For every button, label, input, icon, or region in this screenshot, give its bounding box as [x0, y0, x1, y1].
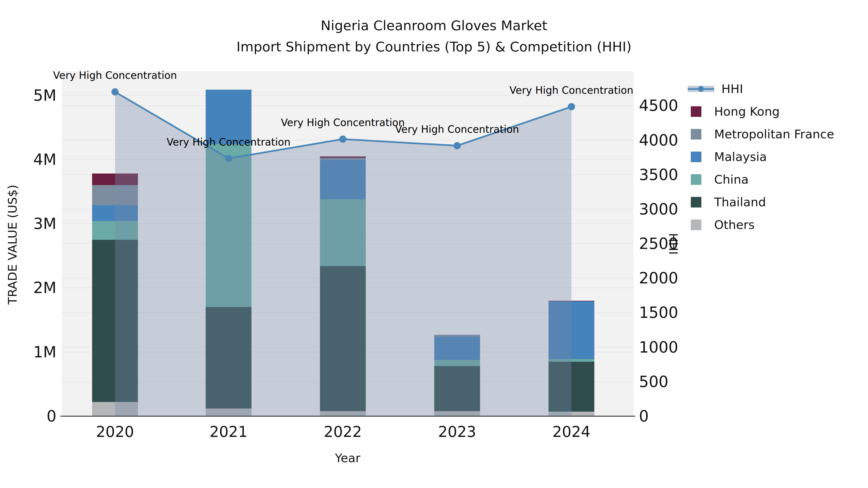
legend-swatch-thailand — [691, 197, 702, 207]
left-tick-3M: 3M — [0, 215, 56, 232]
chart-title: Nigeria Cleanroom Gloves Market — [0, 15, 868, 36]
hhi-marker-2023 — [454, 142, 461, 150]
x-tick-2022: 2022 — [307, 423, 379, 440]
legend-swatch-hong-kong — [691, 106, 702, 117]
right-tick-500: 500 — [639, 373, 711, 390]
legend-item-china: China — [688, 168, 834, 191]
annotation-2020: Very High Concentration — [53, 70, 177, 81]
x-tick-2021: 2021 — [192, 423, 265, 440]
annotation-2024: Very High Concentration — [509, 85, 633, 96]
right-tick-0: 0 — [639, 408, 711, 425]
right-tick-2500: 2500 — [639, 235, 711, 252]
x-tick-2024: 2024 — [535, 423, 608, 440]
hhi-marker-2022 — [339, 135, 346, 143]
x-axis-title: Year — [62, 451, 633, 465]
annotation-2022: Very High Concentration — [281, 117, 405, 128]
legend-item-thailand: Thailand — [688, 191, 834, 214]
left-tick-1M: 1M — [0, 344, 56, 360]
legend-item-hhi: HHI — [688, 77, 834, 100]
legend-label-hhi: HHI — [721, 82, 743, 96]
legend-label-hong-kong: Hong Kong — [714, 105, 780, 119]
chart-figure: Nigeria Cleanroom Gloves Market Import S… — [0, 0, 868, 488]
left-tick-2M: 2M — [0, 279, 56, 296]
legend-swatch-malaysia — [691, 152, 702, 162]
legend-item-malaysia: Malaysia — [688, 145, 834, 168]
hhi-marker-2021 — [225, 155, 232, 162]
left-tick-4M: 4M — [0, 151, 56, 168]
legend-label-china: China — [714, 172, 749, 187]
x-axis-line — [60, 416, 635, 417]
right-tick-1000: 1000 — [639, 339, 711, 356]
left-tick-0: 0 — [0, 408, 56, 425]
right-tick-2000: 2000 — [639, 270, 711, 287]
legend-label-metropolitan-france: Metropolitan France — [714, 127, 834, 141]
legend-label-thailand: Thailand — [714, 195, 766, 209]
hhi-marker-2020 — [112, 88, 119, 95]
legend: HHIHong KongMetropolitan FranceMalaysiaC… — [688, 77, 834, 236]
x-tick-2020: 2020 — [79, 423, 151, 440]
legend-hhi-line-swatch — [688, 84, 714, 94]
chart-title-block: Nigeria Cleanroom Gloves Market Import S… — [0, 15, 868, 57]
left-tick-5M: 5M — [0, 87, 56, 104]
annotation-2023: Very High Concentration — [395, 124, 519, 135]
x-tick-2023: 2023 — [421, 423, 493, 440]
legend-swatch-metropolitan-france — [691, 129, 702, 139]
legend-label-malaysia: Malaysia — [714, 150, 767, 164]
legend-hhi-dot — [698, 86, 704, 92]
right-tick-1500: 1500 — [639, 304, 711, 321]
legend-label-others: Others — [714, 218, 755, 232]
annotation-2021: Very High Concentration — [166, 136, 290, 148]
chart-subtitle: Import Shipment by Countries (Top 5) & C… — [0, 36, 868, 57]
legend-swatch-china — [691, 174, 702, 185]
legend-item-others: Others — [688, 214, 834, 236]
hhi-marker-2024 — [568, 103, 575, 110]
legend-item-metropolitan-france: Metropolitan France — [688, 123, 834, 145]
legend-item-hong-kong: Hong Kong — [688, 100, 834, 123]
legend-swatch-others — [691, 220, 702, 230]
